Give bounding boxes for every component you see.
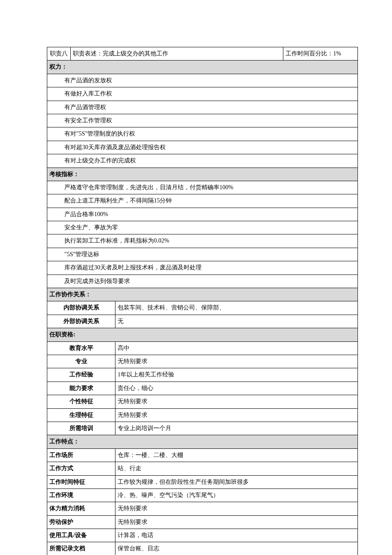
duty-8-row: 职责八 职责表述：完成上级交办的其他工作 工作时间百分比：1% <box>47 47 358 61</box>
power-item-6: 有对上级交办工作的完成权 <box>47 154 358 168</box>
feat-value-4: 无特别要求 <box>115 502 358 515</box>
feat-label-6: 使用工具/设备 <box>47 529 115 542</box>
power-item-0: 有产品酒的发放权 <box>47 74 358 87</box>
coop-external-value: 无 <box>115 315 358 328</box>
duty-8-desc-cell: 职责表述：完成上级交办的其他工作 <box>71 47 283 61</box>
coop-header: 工作协作关系： <box>47 288 358 301</box>
qual-label-1: 专业 <box>47 355 115 368</box>
kpi-item-5: "5S"管理达标 <box>47 248 358 261</box>
power-item-3: 有安全工作管理权 <box>47 114 358 127</box>
feat-header: 工作特点： <box>47 435 358 448</box>
feat-label-5: 劳动保护 <box>47 515 115 529</box>
qual-value-4: 无特别要求 <box>115 395 358 408</box>
power-item-4: 有对"5S"管理制度的执行权 <box>47 127 358 141</box>
feat-value-3: 冷、热、噪声、空气污染（汽车尾气） <box>115 489 358 502</box>
qual-label-2: 工作经验 <box>47 368 115 382</box>
qual-label-3: 能力要求 <box>47 382 115 395</box>
feat-label-3: 工作环境 <box>47 489 115 502</box>
kpi-item-6: 库存酒超过30天者及时上报技术科，废品酒及时处理 <box>47 261 358 275</box>
kpi-item-7: 及时完成并达到领导要求 <box>47 275 358 288</box>
qual-value-6: 专业上岗培训一个月 <box>115 422 358 435</box>
job-description-table: 职责八 职责表述：完成上级交办的其他工作 工作时间百分比：1% 权力： 有产品酒… <box>47 47 358 555</box>
power-item-5: 有对超30天库存酒及废品酒处理报告权 <box>47 141 358 154</box>
qual-label-5: 生理特征 <box>47 408 115 422</box>
feat-label-4: 体力精力消耗 <box>47 502 115 515</box>
qual-label-4: 个性特征 <box>47 395 115 408</box>
feat-value-6: 计算器，电话 <box>115 529 358 542</box>
qual-header: 任职资格: <box>47 328 358 341</box>
duty-8-desc: 完成上级交办的其他工作 <box>103 50 168 57</box>
feat-value-7: 保管台账、日志 <box>115 542 358 555</box>
qual-value-2: 1年以上相关工作经验 <box>115 368 358 382</box>
qual-value-5: 无特别要求 <box>115 408 358 422</box>
qual-value-0: 高中 <box>115 341 358 355</box>
duty-8-label: 职责八 <box>47 47 71 61</box>
kpi-header: 考核指标： <box>47 168 358 181</box>
kpi-item-0: 严格遵守仓库管理制度，先进先出，日清月结，付货精确率100% <box>47 181 358 194</box>
kpi-item-4: 执行装卸工工作标准，库耗指标为0.02% <box>47 234 358 248</box>
feat-label-2: 工作时间特征 <box>47 475 115 489</box>
qual-label-6: 所需培训 <box>47 422 115 435</box>
qual-value-1: 无特别要求 <box>115 355 358 368</box>
power-item-1: 有做好入库工作权 <box>47 87 358 101</box>
feat-label-1: 工作方式 <box>47 462 115 475</box>
powers-header: 权力： <box>47 61 358 74</box>
feat-value-2: 工作较为规律，但在阶段性生产任务期间加班很多 <box>115 475 358 489</box>
duty-8-time-label: 工作时间百分比： <box>285 50 333 57</box>
duty-8-time-value: 1% <box>333 50 341 57</box>
feat-value-0: 仓库：一楼、二楼、大棚 <box>115 448 358 462</box>
coop-external-label: 外部协调关系 <box>47 315 115 328</box>
kpi-item-2: 产品合格率100% <box>47 208 358 221</box>
coop-internal-label: 内部协调关系 <box>47 301 115 315</box>
kpi-item-1: 配合上道工序顺利生产，不得间隔15分钟 <box>47 194 358 208</box>
feat-label-0: 工作场所 <box>47 448 115 462</box>
feat-value-1: 站、行走 <box>115 462 358 475</box>
coop-internal-value: 包装车间、技术科、营销公司、保障部、 <box>115 301 358 315</box>
qual-label-0: 教育水平 <box>47 341 115 355</box>
qual-value-3: 责任心，细心 <box>115 382 358 395</box>
power-item-2: 有产品酒管理权 <box>47 101 358 114</box>
feat-value-5: 无特别要求 <box>115 515 358 529</box>
duty-8-desc-label: 职责表述： <box>73 50 103 57</box>
duty-8-time-cell: 工作时间百分比：1% <box>283 47 358 61</box>
feat-label-7: 所需记录文档 <box>47 542 115 555</box>
kpi-item-3: 安全生产、事故为零 <box>47 221 358 234</box>
